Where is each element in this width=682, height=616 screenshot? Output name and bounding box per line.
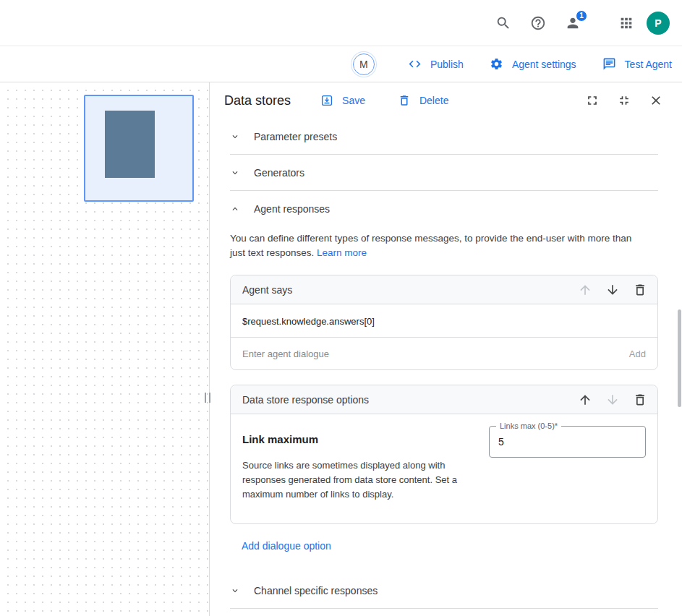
app-window: 1 P M Publish Agent settings Test Agent [0, 0, 682, 616]
chevron-down-icon [230, 586, 240, 596]
scrollbar-thumb[interactable] [678, 309, 681, 407]
section-parameter-presets[interactable]: Parameter presets [230, 119, 658, 155]
publish-button[interactable]: Publish [406, 56, 464, 73]
panel-header: Data stores Save Delete [210, 82, 682, 119]
move-up-icon[interactable] [576, 391, 594, 408]
card-title: Data store response options [242, 394, 369, 406]
section-label: Generators [254, 167, 304, 179]
panel-body: Parameter presets Generators Agent respo… [210, 119, 682, 616]
card-title: Agent says [242, 284, 292, 296]
code-icon [406, 56, 424, 73]
flow-canvas[interactable] [0, 82, 209, 616]
agent-says-card-header: Agent says [231, 275, 657, 304]
section-channel-specific-responses[interactable]: Channel specific responses [230, 573, 658, 609]
trash-icon[interactable] [631, 391, 649, 408]
notifications-person-icon[interactable]: 1 [564, 14, 581, 32]
publish-label: Publish [430, 59, 464, 70]
agent-settings-button[interactable]: Agent settings [488, 56, 576, 73]
save-icon [318, 92, 336, 109]
chat-icon [601, 56, 618, 73]
add-dialogue-option-button[interactable]: Add dialogue option [242, 540, 331, 552]
panel-resize-handle[interactable] [205, 393, 210, 403]
data-store-card-content: Link maximum Source links are sometimes … [231, 414, 657, 523]
move-down-icon[interactable] [604, 281, 621, 299]
save-button[interactable]: Save [318, 92, 365, 109]
section-agent-responses[interactable]: Agent responses [230, 191, 658, 227]
test-agent-button[interactable]: Test Agent [601, 56, 672, 73]
notification-badge: 1 [576, 10, 587, 22]
test-agent-label: Test Agent [625, 59, 672, 70]
links-max-field-label: Links max (0-5)* [496, 422, 561, 430]
agent-toolbar: M Publish Agent settings Test Agent [0, 46, 682, 82]
agent-dialogue-input-row: Add [231, 338, 657, 369]
description-text: You can define different types of respon… [230, 233, 631, 258]
agent-says-card: Agent says $ [230, 275, 658, 370]
fullscreen-icon[interactable] [584, 92, 601, 109]
top-bar: 1 P [0, 0, 682, 46]
chevron-up-icon [230, 204, 240, 214]
delete-button[interactable]: Delete [396, 92, 448, 109]
section-label: Parameter presets [254, 131, 337, 142]
flow-node-body [105, 111, 155, 178]
help-icon[interactable] [529, 14, 547, 32]
section-label: Channel specific responses [254, 585, 378, 596]
data-stores-panel: Data stores Save Delete [209, 82, 682, 616]
card-actions [576, 391, 649, 408]
chevron-down-icon [230, 132, 240, 142]
add-button[interactable]: Add [629, 348, 646, 359]
chevron-down-icon [230, 168, 240, 178]
links-max-field: Links max (0-5)* [489, 426, 646, 458]
learn-more-link[interactable]: Learn more [317, 247, 367, 258]
exit-fullscreen-icon[interactable] [615, 92, 633, 109]
link-maximum-title: Link maximum [242, 433, 485, 445]
move-down-icon [604, 391, 621, 408]
agent-settings-label: Agent settings [512, 59, 576, 70]
gear-icon [488, 56, 506, 73]
apps-grid-icon[interactable] [618, 14, 635, 32]
section-generators[interactable]: Generators [230, 155, 658, 191]
data-store-card-header: Data store response options [231, 385, 657, 414]
save-label: Save [342, 95, 365, 106]
window-controls [584, 92, 665, 109]
flow-node-selected[interactable] [84, 95, 194, 202]
agent-responses-description: You can define different types of respon… [230, 231, 644, 260]
workspace: Data stores Save Delete [0, 82, 682, 616]
agent-dialogue-input[interactable] [242, 348, 621, 359]
delete-label: Delete [419, 95, 448, 106]
trash-icon[interactable] [631, 281, 649, 299]
section-label: Agent responses [254, 203, 330, 215]
agent-dialogue-value[interactable]: $request.knowledge.answers[0] [231, 304, 657, 338]
account-avatar[interactable]: P [647, 12, 670, 35]
trash-icon [396, 92, 413, 109]
links-max-input[interactable] [490, 427, 645, 457]
move-up-icon [576, 281, 594, 299]
link-maximum-description: Source links are sometimes displayed alo… [242, 458, 485, 502]
card-actions [576, 281, 649, 299]
search-icon[interactable] [495, 14, 512, 32]
data-store-options-card: Data store response options [230, 385, 658, 524]
flow-version-avatar[interactable]: M [353, 54, 375, 75]
close-icon[interactable] [647, 92, 665, 109]
page-title: Data stores [224, 93, 291, 108]
link-maximum-block: Link maximum Source links are sometimes … [242, 424, 485, 502]
